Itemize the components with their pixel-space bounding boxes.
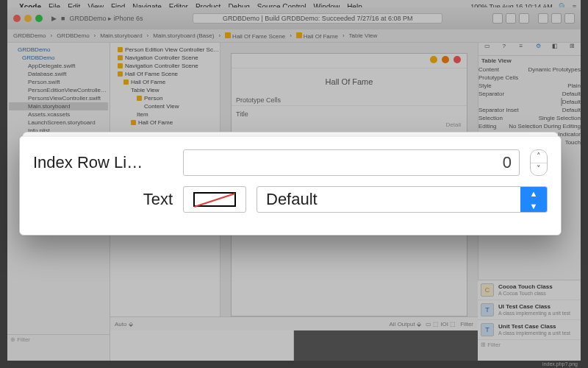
output-popup[interactable]: All Output ⬙ [390,321,421,328]
scene-item: Person [112,94,218,102]
minimize-button[interactable] [24,15,32,22]
console-view[interactable] [294,330,478,361]
outline-filter[interactable]: ⊕ Filter [7,334,118,346]
exit-icon [442,56,449,63]
scene-item: Content View [112,102,218,110]
cell-title-label[interactable]: Title [232,106,467,122]
index-row-limit-label: Index Row Li… [33,153,173,172]
library-item[interactable]: C Cocoa Touch ClassA Cocoa Touch class [478,280,581,300]
text-color-label: Text [33,190,173,209]
scene-item: Navigation Controller Scene [112,62,218,70]
file-item: PersonsViewController.swift [9,94,108,102]
auto-popup[interactable]: Auto ⬙ [115,321,133,328]
scene-item: Hall Of Fame [112,118,218,127]
test-icon: T [481,323,494,336]
group: GRDBDemo [9,54,108,62]
cell-detail-label: Detail [446,121,461,128]
file-item: Person.swift [9,78,108,86]
console-icons[interactable]: ▭ ⬚ IOI ⬚ [426,321,456,328]
library-item[interactable]: T UI Test Case ClassA class implementing… [478,300,581,320]
file-item-selected: Main.storyboard [9,102,108,110]
scene-item: Navigation Controller Scene [112,54,218,62]
library-filter[interactable]: ⊞ Filter [478,340,581,350]
debug-area[interactable]: Auto ⬙ All Output ⬙ ▭ ⬚ IOI ⬚ Filter [110,316,478,361]
text-color-popup[interactable]: Default ▲▼ [257,186,548,213]
scheme-selector[interactable]: GRDBDemo ▸ iPhone 6s [69,15,143,22]
first-responder-icon [430,56,437,63]
activity-viewer: GRDBDemo | Build GRDBDemo: Succeeded 7/2… [193,13,442,24]
file-item: PersonEditionViewController.swift [9,86,108,94]
storyboard-ref-icon [453,56,461,63]
index-row-limit-value: 0 [503,153,512,172]
object-library[interactable]: C Cocoa Touch ClassA Cocoa Touch class T… [478,280,581,361]
window-titlebar: ▶ ■ GRDBDemo ▸ iPhone 6s GRDBDemo | Buil… [7,7,581,29]
panel-toggle-buttons[interactable] [538,13,575,24]
debug-filter[interactable]: Filter [460,321,473,328]
window-controls [13,15,43,22]
test-icon: T [481,303,494,316]
index-row-limit-stepper[interactable]: ˄ ˅ [530,149,548,176]
no-color-swatch [193,192,236,207]
scene-item: Item [112,110,218,118]
inspector-tabs[interactable]: ▭?≡⚙◧⊞ [478,43,581,56]
text-color-value: Default [257,190,326,209]
variables-view[interactable] [110,330,294,361]
file-item: Assets.xcassets [9,110,108,118]
file-item: Database.swift [9,70,108,78]
run-button[interactable]: ▶ [51,15,57,22]
stepper-up-icon[interactable]: ˄ [531,150,547,163]
text-color-well[interactable] [183,186,246,213]
stop-button[interactable]: ■ [61,15,65,22]
scene-item: Hall Of Fame [112,78,218,86]
library-item[interactable]: T Unit Test Case ClassA class implementi… [478,320,581,340]
class-icon: C [481,283,494,297]
project-root: GRDBDemo [9,46,108,54]
download-filename: index.php?.png [542,361,578,367]
stepper-down-icon[interactable]: ˅ [531,163,547,176]
zoom-button[interactable] [35,15,43,22]
file-item: LaunchScreen.storyboard [9,118,108,127]
scene-item: Person Edition View Controller Sc… [112,46,218,54]
jump-bar[interactable]: GRDBDemo› GRDBDemo› Main.storyboard› Mai… [7,29,581,43]
scene-item: Table View [112,86,218,94]
inspector-header: Table View [481,57,512,64]
nav-title: Hall Of Fame [232,68,467,95]
close-button[interactable] [13,15,21,22]
magnified-inspector-panel: Index Row Li… 0 ˄ ˅ Text Default ▲▼ [19,135,562,236]
prototype-cells-header: Prototype Cells [232,95,467,106]
file-item: AppDelegate.swift [9,62,108,70]
editor-mode-buttons[interactable] [492,13,529,24]
index-row-limit-field[interactable]: 0 [183,149,520,176]
scene-item: Hall Of Fame Scene [112,70,218,78]
popup-arrows-icon[interactable]: ▲▼ [520,187,547,212]
